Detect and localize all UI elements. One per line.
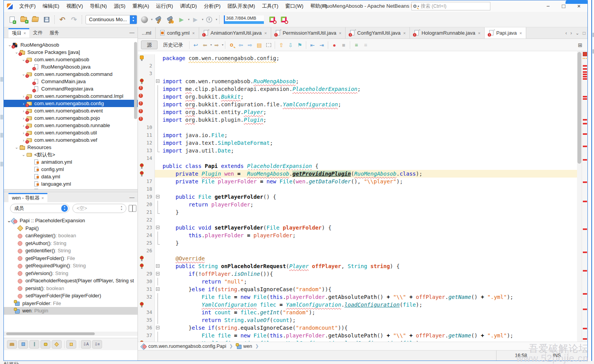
code-line[interactable]: 17 private File playerFolder = new File(…: [138, 178, 577, 185]
editor-tab[interactable]: °!ConfigYamlUtil.java×: [346, 27, 410, 39]
editor-tab[interactable]: °!Papi.java×: [485, 27, 526, 39]
navigator-item[interactable]: getVersion() : String: [4, 270, 138, 277]
gutter-cell[interactable]: [138, 77, 155, 85]
gutter-cell[interactable]: 25: [138, 239, 155, 247]
shift-left-button[interactable]: ⇤: [308, 40, 317, 50]
minimize-panel-icon[interactable]: —: [129, 30, 134, 35]
gutter-cell[interactable]: !: [138, 108, 155, 116]
menu-item[interactable]: 导航(N): [86, 0, 110, 12]
gutter-cell[interactable]: [138, 54, 155, 62]
editor-tab[interactable]: ...ml: [138, 27, 156, 39]
tree-item[interactable]: ›!com.wen.ruomengabsob.runnable: [4, 122, 138, 129]
projects-scrollbar[interactable]: [134, 42, 137, 119]
gutter-cell[interactable]: 29: [138, 270, 155, 278]
hint-error-gutter-icon[interactable]: [139, 263, 144, 268]
close-icon[interactable]: ×: [520, 31, 522, 35]
run-project-button[interactable]: ▶: [176, 14, 187, 25]
error-stripe-mark[interactable]: [583, 76, 587, 77]
code-line[interactable]: public String onPlaceholderRequest(Playe…: [138, 262, 577, 270]
close-icon[interactable]: ×: [192, 31, 195, 35]
code-line[interactable]: 3: [138, 70, 577, 77]
breadcrumb-class[interactable]: com.wen.ruomengabsob.config.Papi: [148, 344, 226, 349]
gutter-cell[interactable]: 23: [138, 224, 155, 231]
error-stripe-mark[interactable]: [583, 252, 587, 253]
gutter-cell[interactable]: 24: [138, 231, 155, 239]
code-line[interactable]: 36 }else if(string.equalsIgnoreCase("ran…: [138, 324, 577, 332]
find-button[interactable]: [227, 40, 236, 50]
toggle-highlight-button[interactable]: ▤: [255, 40, 264, 50]
tree-item[interactable]: ›!com.wen.ruomengabsob.util: [4, 129, 138, 136]
tree-item[interactable]: animation.yml: [4, 158, 138, 166]
gutter-cell[interactable]: 3: [138, 70, 155, 77]
menu-item[interactable]: 编辑(E): [39, 0, 63, 12]
maximize-editor-button[interactable]: □: [583, 30, 586, 36]
error-stripe[interactable]: [582, 51, 588, 342]
navigator-item[interactable]: setPlayerFolder(File playerFolder): [4, 292, 138, 300]
gutter-cell[interactable]: [138, 255, 155, 262]
navigator-item[interactable]: getPlayerFolder() : File: [4, 255, 138, 262]
tree-item[interactable]: ›!com.wen.ruomengabsob.pojo: [4, 114, 138, 122]
error-stripe-mark[interactable]: [583, 78, 587, 80]
error-stripe-mark[interactable]: [583, 74, 587, 75]
code-line[interactable]: 22: [138, 216, 577, 224]
gutter-cell[interactable]: 36: [138, 324, 155, 332]
code-line[interactable]: private Plugin wen = RuoMengAbosob.getPr…: [138, 170, 577, 178]
hint-error-gutter-icon[interactable]: [139, 256, 144, 261]
tree-item[interactable]: ⌄!RuoMengAbosob: [4, 41, 138, 49]
menu-item[interactable]: 团队开发(M): [224, 0, 258, 12]
code-line[interactable]: !import org.bukkit.entity.Player;: [138, 108, 577, 116]
code-line[interactable]: !import org.bukkit.plugin.Plugin;: [138, 116, 577, 124]
navigator-item[interactable]: wen : Plugin: [4, 307, 138, 315]
scroll-tabs-right-button[interactable]: ›: [571, 30, 572, 36]
navigator-inherit-select[interactable]: <空> ▲▼: [72, 204, 126, 213]
code-line[interactable]: 14: [138, 154, 577, 162]
code-line[interactable]: @Override: [138, 255, 577, 262]
next-occurrence-button[interactable]: ⇨: [245, 40, 255, 50]
gutter-cell[interactable]: 12: [138, 139, 155, 147]
navigator-item[interactable]: Papi(): [4, 225, 138, 232]
error-stripe-mark[interactable]: [583, 270, 587, 272]
code-line[interactable]: !import org.bukkit.Bukkit;: [138, 93, 577, 101]
gutter-cell[interactable]: 22: [138, 216, 155, 224]
gutter-cell[interactable]: 13: [138, 147, 155, 154]
toggle-breakpoint-button[interactable]: ●: [330, 40, 339, 50]
close-icon[interactable]: ×: [339, 31, 341, 35]
save-all-button[interactable]: [41, 14, 52, 25]
show-non-public-button[interactable]: [40, 340, 50, 349]
tree-item[interactable]: ⌄Resources: [4, 144, 138, 151]
fold-collapse-icon[interactable]: [156, 264, 159, 268]
shift-right-button[interactable]: ⇥: [317, 40, 326, 50]
gutter-cell[interactable]: 32: [138, 293, 155, 301]
close-icon[interactable]: ×: [478, 31, 480, 35]
source-view-button[interactable]: 源: [141, 40, 158, 49]
error-stripe-mark[interactable]: [583, 328, 587, 329]
tree-item[interactable]: ⌄!com.wen.ruomengabsob: [4, 56, 138, 63]
fold-collapse-icon[interactable]: [156, 272, 159, 275]
minimize-panel-icon[interactable]: —: [129, 195, 134, 200]
editor-tab[interactable]: config.yml×: [156, 27, 199, 39]
chevron-down-icon[interactable]: ▾: [151, 18, 153, 21]
code-line[interactable]: 31 }else if(string.equalsIgnoreCase("ran…: [138, 285, 577, 293]
expander-icon[interactable]: ⌄: [21, 152, 26, 157]
code-line[interactable]: 11import java.io.File;: [138, 131, 577, 139]
error-status-icon[interactable]: [583, 52, 587, 56]
filter-edit-button[interactable]: [66, 340, 76, 349]
code-line[interactable]: 29 if(!offPlayer.isOnline()){: [138, 270, 577, 278]
error-stripe-mark[interactable]: [583, 309, 587, 310]
navigator-item[interactable]: playerFolder : File: [4, 300, 138, 307]
profiler-snapshot-button[interactable]: [267, 14, 277, 25]
tree-item[interactable]: ⌄<默认包>: [4, 151, 138, 158]
code-line[interactable]: 13import java.util.Date;: [138, 147, 577, 154]
code-line[interactable]: 18: [138, 185, 577, 193]
hint-error-gutter-icon[interactable]: [139, 302, 144, 307]
code-line[interactable]: 19 public File getPlayerFolder() {: [138, 193, 577, 201]
editor-tab[interactable]: °!PermissionYamlUtil.java×: [271, 27, 346, 39]
fold-collapse-icon[interactable]: [156, 195, 159, 198]
navigator-item[interactable]: getRequiredPlugin() : String: [4, 262, 138, 270]
debug-project-button[interactable]: ▶: [190, 14, 201, 25]
close-icon[interactable]: ×: [23, 31, 26, 35]
fold-collapse-icon[interactable]: [156, 287, 159, 291]
error-gutter-icon[interactable]: !: [139, 94, 143, 98]
code-line[interactable]: 10: [138, 124, 577, 131]
gutter-cell[interactable]: 2: [138, 62, 155, 70]
